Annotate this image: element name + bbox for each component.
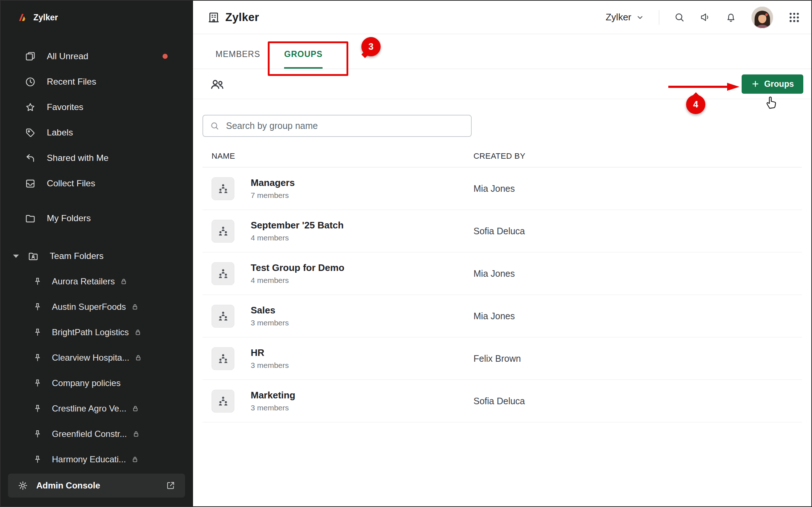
tab-members[interactable]: MEMBERS xyxy=(216,49,260,69)
sidebar-item-label: Shared with Me xyxy=(47,153,108,163)
sidebar-item-all-unread[interactable]: All Unread xyxy=(1,44,193,69)
table-row[interactable]: HR 3 members Felix Brown xyxy=(202,337,802,380)
sidebar-item-label: Team Folders xyxy=(50,251,103,261)
group-members-count: 3 members xyxy=(251,361,289,370)
group-avatar xyxy=(212,220,234,243)
search-icon[interactable] xyxy=(674,12,685,23)
lock-icon xyxy=(131,405,139,413)
team-folder-name: Crestline Agro Ve... xyxy=(52,403,126,414)
group-people-icon xyxy=(217,182,230,195)
sidebar-item-recent-files[interactable]: Recent Files xyxy=(1,69,193,94)
add-groups-label: Groups xyxy=(764,79,794,89)
group-people-icon xyxy=(217,309,230,323)
team-selector-dropdown[interactable]: Zylker xyxy=(606,12,644,23)
table-row[interactable]: Test Group for Demo 4 members Mia Jones xyxy=(202,252,802,295)
sidebar-item-favorites[interactable]: Favorites xyxy=(1,94,193,120)
team-folder-name: BrightPath Logistics xyxy=(52,327,129,337)
group-members-count: 3 members xyxy=(251,403,295,412)
sidebar-item-team-folders[interactable]: Team Folders xyxy=(1,243,193,269)
sidebar-item-brightpath-logistics[interactable]: BrightPath Logistics xyxy=(1,320,193,345)
unread-badge-dot xyxy=(163,54,168,59)
sidebar-item-my-folders[interactable]: My Folders xyxy=(1,206,193,231)
sidebar-item-company-policies[interactable]: Company policies xyxy=(1,370,193,396)
lock-icon xyxy=(131,303,139,311)
sidebar-item-aurora-retailers[interactable]: Aurora Retailers xyxy=(1,269,193,294)
team-folder-name: Aurora Retailers xyxy=(52,276,115,287)
group-search-input[interactable] xyxy=(225,120,464,131)
star-icon xyxy=(25,102,36,113)
groups-view-icon[interactable] xyxy=(209,76,225,92)
group-people-icon xyxy=(217,394,230,407)
admin-console-label: Admin Console xyxy=(36,480,100,491)
page-title: Zylker xyxy=(225,11,259,24)
pin-icon xyxy=(33,302,42,312)
table-row[interactable]: Managers 7 members Mia Jones xyxy=(202,167,802,210)
sidebar-item-austin-superfoods[interactable]: Austin SuperFoods xyxy=(1,294,193,320)
group-created-by: Mia Jones xyxy=(473,268,802,279)
announcement-icon[interactable] xyxy=(700,12,711,23)
group-people-icon xyxy=(217,267,230,280)
sidebar-item-label: Favorites xyxy=(47,102,83,112)
group-created-by: Mia Jones xyxy=(473,183,802,194)
group-name: Test Group for Demo xyxy=(251,262,344,273)
sidebar-item-label: All Unread xyxy=(47,51,88,61)
group-created-by: Felix Brown xyxy=(473,353,802,364)
group-people-icon xyxy=(217,224,230,238)
sidebar: Zylker All Unread Recent Files Favorites… xyxy=(1,1,193,506)
app-header: Zylker Zylker xyxy=(193,1,811,34)
lock-icon xyxy=(120,277,128,285)
groups-content: NAME CREATED BY Managers 7 members Mia J… xyxy=(193,99,811,506)
pin-icon xyxy=(33,277,42,287)
group-avatar xyxy=(212,390,234,413)
sidebar-item-clearview-hospital[interactable]: Clearview Hospita... xyxy=(1,345,193,370)
group-avatar xyxy=(212,262,234,285)
group-name: Sales xyxy=(251,305,289,316)
clock-icon xyxy=(25,76,36,88)
sidebar-item-labels[interactable]: Labels xyxy=(1,120,193,145)
collapse-caret-icon[interactable] xyxy=(13,255,19,258)
search-icon xyxy=(210,121,220,131)
zylker-logo-icon xyxy=(17,12,28,23)
sidebar-brand: Zylker xyxy=(1,1,193,34)
notifications-bell-icon[interactable] xyxy=(725,12,737,23)
tag-icon xyxy=(25,127,36,138)
collect-tray-icon xyxy=(25,178,36,189)
sidebar-item-label: My Folders xyxy=(47,213,91,223)
add-groups-button[interactable]: Groups xyxy=(742,74,803,94)
admin-console-button[interactable]: Admin Console xyxy=(8,474,185,498)
table-row[interactable]: September '25 Batch 4 members Sofia Delu… xyxy=(202,210,802,252)
group-members-count: 4 members xyxy=(251,234,344,242)
team-selector-label: Zylker xyxy=(606,12,631,23)
group-name: September '25 Batch xyxy=(251,220,344,231)
table-row[interactable]: Marketing 3 members Sofia Deluca xyxy=(202,380,802,422)
group-name: Marketing xyxy=(251,390,295,401)
group-created-by: Mia Jones xyxy=(473,311,802,321)
group-avatar xyxy=(212,347,234,370)
team-folders-children: Aurora Retailers Austin SuperFoods Brigh… xyxy=(1,269,193,472)
user-avatar[interactable] xyxy=(751,6,774,29)
pin-icon xyxy=(33,455,42,465)
sidebar-item-shared-with-me[interactable]: Shared with Me xyxy=(1,145,193,171)
groups-toolbar: Groups xyxy=(193,69,811,99)
team-folder-name: Clearview Hospita... xyxy=(52,353,129,363)
group-avatar xyxy=(212,177,234,200)
sidebar-item-collect-files[interactable]: Collect Files xyxy=(1,171,193,196)
chevron-down-icon xyxy=(636,13,644,22)
share-arrow-icon xyxy=(25,153,36,164)
group-created-by: Sofia Deluca xyxy=(473,226,802,236)
pin-icon xyxy=(33,429,42,439)
lock-icon xyxy=(132,430,140,438)
table-row[interactable]: Sales 3 members Mia Jones xyxy=(202,295,802,337)
sidebar-item-greenfield-construction[interactable]: Greenfield Constr... xyxy=(1,421,193,447)
lock-icon xyxy=(134,328,142,336)
group-name: HR xyxy=(251,347,289,358)
brand-name: Zylker xyxy=(33,13,58,23)
column-header-created-by: CREATED BY xyxy=(473,151,802,161)
group-search-box xyxy=(202,115,472,137)
folder-icon xyxy=(25,213,36,224)
apps-grid-icon[interactable] xyxy=(788,11,800,24)
tab-groups[interactable]: GROUPS xyxy=(284,49,323,69)
sidebar-item-harmony-education[interactable]: Harmony Educati... xyxy=(1,447,193,472)
building-icon xyxy=(207,11,220,24)
sidebar-item-crestline-agro[interactable]: Crestline Agro Ve... xyxy=(1,396,193,421)
